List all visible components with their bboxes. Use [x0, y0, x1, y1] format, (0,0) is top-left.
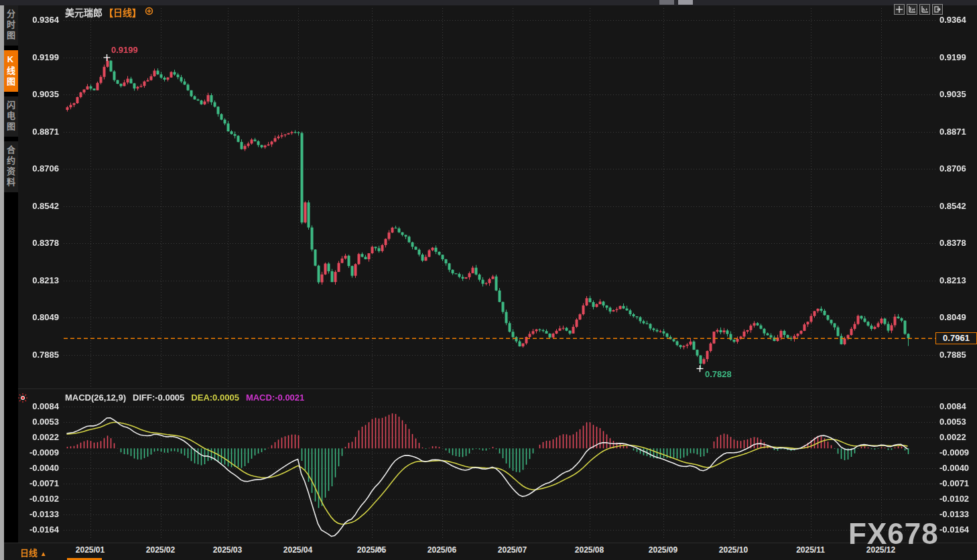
- macd-axis-label-right: -0.0133: [939, 509, 977, 519]
- price-axis-label-left: 0.8213: [19, 275, 59, 285]
- price-axis-label-left: 0.8706: [19, 163, 59, 173]
- macd-header: MACD(26,12,9) DIFF:-0.0005 DEA:0.0005 MA…: [65, 393, 304, 403]
- chart-settings-icon[interactable]: [145, 7, 153, 17]
- sidebar-item-timeshare-chart[interactable]: 分时图: [4, 5, 18, 46]
- sidebar-item-lightning-chart[interactable]: 闪电图: [4, 96, 18, 137]
- trading-app: { "sidebar": { "items": [ {"label": "分时图…: [0, 0, 977, 560]
- caret-up-icon: ▲: [40, 550, 47, 557]
- price-axis-label-left: 0.8871: [19, 127, 59, 137]
- candlestick-chart-canvas[interactable]: [0, 0, 977, 560]
- price-axis-label-left: 0.8542: [19, 201, 59, 211]
- macd-axis-label-right: -0.0102: [939, 494, 977, 504]
- macd-value: MACD:-0.0021: [246, 393, 304, 403]
- time-axis-label: 2025/06: [421, 545, 464, 555]
- price-axis-label-right: 0.8871: [939, 127, 977, 137]
- time-axis-label: 2025/05: [350, 545, 393, 555]
- indicator-alert-icon[interactable]: [17, 393, 28, 406]
- macd-axis-label-right: -0.0040: [939, 463, 977, 473]
- high-price-annotation: 0.9199: [111, 45, 138, 55]
- time-axis-label: 2025/11: [789, 545, 832, 555]
- chart-title: 美元瑞郎 【日线】: [65, 5, 153, 19]
- price-axis-label-right: 0.8049: [939, 312, 977, 322]
- macd-axis-label-left: -0.0071: [19, 478, 59, 488]
- crosshair-icon[interactable]: [894, 4, 905, 15]
- period-tag: 【日线】: [104, 5, 141, 19]
- fx678-watermark: FX678: [848, 517, 939, 551]
- time-axis-label: 2025/01: [69, 545, 112, 555]
- macd-axis-label-left: -0.0164: [19, 524, 59, 535]
- time-axis-label: 2025/10: [712, 545, 755, 555]
- time-axis-label: 2025/04: [277, 545, 320, 555]
- macd-axis-label-left: -0.0009: [19, 447, 59, 458]
- price-axis-label-left: 0.9364: [19, 15, 59, 25]
- time-axis-label: 2025/09: [642, 545, 685, 555]
- macd-axis-label-right: -0.0071: [939, 478, 977, 488]
- macd-title: MACD(26,12,9): [65, 393, 126, 403]
- time-axis-label: 2025/08: [568, 545, 611, 555]
- time-axis-label: 2025/02: [139, 545, 182, 555]
- price-axis-label-left: 0.9199: [19, 52, 59, 62]
- price-axis-label-left: 0.8049: [19, 312, 59, 322]
- price-axis-label-left: 0.8378: [19, 238, 59, 248]
- chart-toolbar: [894, 4, 943, 15]
- price-axis-label-right: 0.8706: [939, 163, 977, 173]
- top-strip-tab-ghost-1: [659, 0, 674, 5]
- sidebar-item-kline-chart[interactable]: K线图: [4, 50, 18, 92]
- period-tab-label: 日线: [20, 548, 38, 558]
- macd-diff-value: DIFF:-0.0005: [133, 393, 184, 403]
- macd-axis-label-left: 0.0053: [19, 417, 59, 427]
- price-axis-label-right: 0.8213: [939, 275, 977, 285]
- top-strip: [0, 0, 977, 5]
- sidebar: 分时图 K线图 闪电图 合约资料: [4, 5, 18, 560]
- macd-axis-label-left: -0.0133: [19, 509, 59, 519]
- collapse-chevron-icon[interactable]: [375, 543, 385, 555]
- macd-axis-label-right: -0.0009: [939, 447, 977, 458]
- last-price-badge: 0.7961: [935, 332, 977, 344]
- top-strip-tab-ghost-2: [678, 0, 693, 5]
- pane-divider[interactable]: [17, 389, 977, 389]
- price-axis-label-right: 0.7885: [939, 350, 977, 360]
- period-tab-daily[interactable]: 日线 ▲: [20, 546, 47, 559]
- sidebar-item-contract-info[interactable]: 合约资料: [4, 141, 18, 192]
- macd-axis-label-right: 0.0084: [939, 401, 977, 411]
- time-axis-label: 2025/07: [491, 545, 534, 555]
- price-axis-label-left: 0.7885: [19, 350, 59, 360]
- macd-axis-label-left: -0.0040: [19, 463, 59, 473]
- price-axis-label-right: 0.9364: [939, 15, 977, 25]
- macd-axis-label-left: 0.0022: [19, 432, 59, 442]
- price-axis-label-right: 0.9035: [939, 89, 977, 99]
- price-axis-label-right: 0.8378: [939, 238, 977, 248]
- macd-dea-value: DEA:0.0005: [191, 393, 239, 403]
- price-axis-label-left: 0.9035: [19, 89, 59, 99]
- macd-axis-label-left: -0.0102: [19, 494, 59, 504]
- pan-right-icon[interactable]: [932, 4, 943, 15]
- axis-zoom-left-icon[interactable]: [907, 4, 917, 15]
- axis-zoom-right-icon[interactable]: [919, 4, 930, 15]
- price-axis-label-right: 0.8542: [939, 201, 977, 211]
- macd-axis-label-right: 0.0053: [939, 417, 977, 427]
- macd-axis-label-right: 0.0022: [939, 432, 977, 442]
- price-axis-label-right: 0.9199: [939, 52, 977, 62]
- symbol-name: 美元瑞郎: [65, 5, 103, 19]
- low-price-annotation: 0.7828: [705, 369, 732, 379]
- macd-axis-label-right: -0.0164: [939, 524, 977, 535]
- time-axis-label: 2025/03: [206, 545, 249, 555]
